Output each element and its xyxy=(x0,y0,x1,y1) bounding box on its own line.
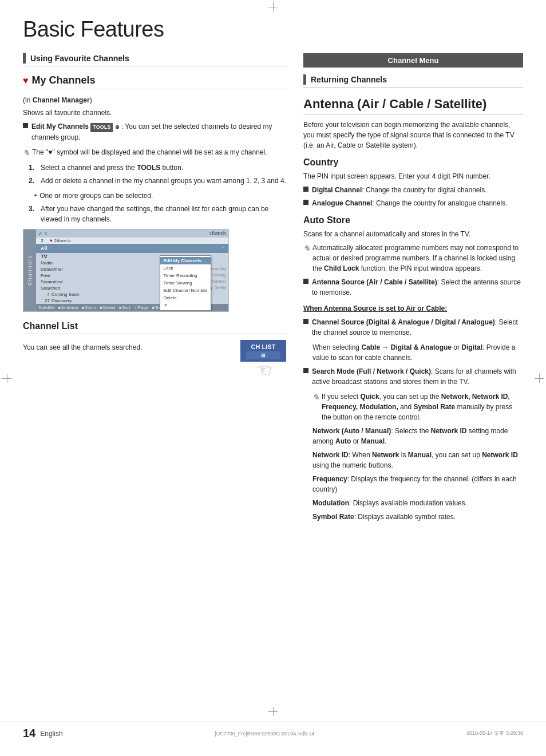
channel-list-text: You can see all the channels searched. xyxy=(23,342,231,353)
digital-bullet xyxy=(303,187,308,192)
tv-all-row-inner: All * xyxy=(38,244,226,252)
tv-zoom-btn: Zoom xyxy=(82,305,97,310)
right-column: Channel Menu Returning Channels Antenna … xyxy=(303,53,523,525)
step1-text: Select a channel and press the TOOLS but… xyxy=(41,163,183,173)
channel-source-bullet xyxy=(303,319,308,324)
network-text: Network (Auto / Manual): Selects the Net… xyxy=(312,426,523,446)
tv-ch2-name: 24ore.tv xyxy=(54,238,71,243)
ch-list-sub: ⊞ xyxy=(246,351,280,359)
heart-icon: ♥ xyxy=(23,76,29,86)
modulation-text: Modulation: Displays available modulatio… xyxy=(312,498,523,508)
ch-list-visual: CH LIST ⊞ ☞ xyxy=(240,340,286,381)
channel-source-text: Channel Source (Digital & Analogue / Dig… xyxy=(312,317,523,338)
tools-badge: TOOLS xyxy=(90,123,113,132)
antenna-source-item: Antenna Source (Air / Cable / Satellite)… xyxy=(303,277,523,298)
step2-text: Add or delete a channel in the my channe… xyxy=(41,176,286,186)
antenna-text: Before your television can begin memoriz… xyxy=(303,120,523,151)
channel-list-heading: Channel List xyxy=(23,321,286,334)
my-channels-heading: ♥ My Channels xyxy=(23,74,286,89)
quick-note: ✎ If you select Quick, you can set up th… xyxy=(312,391,523,422)
tv-context-edit-ch: Edit Channel Number xyxy=(160,287,211,294)
tv-discovery-num: 27 xyxy=(38,298,50,303)
tv-top-check: ✓ 1 xyxy=(38,231,48,236)
hand-cursor-icon: ☞ xyxy=(253,358,273,382)
antenna-source-bullet xyxy=(303,279,308,284)
step-3: 3. After you have changed the settings, … xyxy=(29,204,286,224)
my-channels-label: My Channels xyxy=(32,74,96,86)
tv-ch2-heart: ♥ xyxy=(50,238,53,243)
when-heading: When Antenna Source is set to Air or Cab… xyxy=(303,303,523,314)
search-mode-bullets: Search Mode (Full / Network / Quick): Sc… xyxy=(303,366,523,387)
tv-top-ch1: 1futech xyxy=(209,231,226,236)
tv-sidebar-label: Channels xyxy=(27,255,33,286)
tv-context-timer-view: Timer Viewing xyxy=(160,279,211,287)
antenna-heading: Antenna (Air / Cable / Satellite) xyxy=(303,97,523,115)
tv-main-area: ✓ 1 1futech 2 ♥ 24ore.tv xyxy=(36,229,228,311)
auto-store-note-icon: ✎ xyxy=(303,243,310,255)
tv-screen-inner: Channels ✓ 1 1futech 2 ♥ xyxy=(23,229,228,311)
tv-context-timer-rec: Timer Recording xyxy=(160,272,211,279)
when-air-cable-bullets: Channel Source (Digital & Analogue / Dig… xyxy=(303,317,523,338)
returning-heading-bar xyxy=(303,74,306,85)
footer-file: [UC7700_Fre]BN68-02590G-00L04.indb 14 xyxy=(215,731,314,737)
tv-antenna-btn: Antenna xyxy=(58,305,78,310)
step-2: 2. Add or delete a channel in the my cha… xyxy=(29,176,286,186)
note1-text: The "♥" symbol will be displayed and the… xyxy=(32,147,267,157)
analogue-channel-text: Analogue Channel: Change the country for… xyxy=(312,198,508,208)
returning-heading-label: Returning Channels xyxy=(311,75,387,84)
antenna-source-text: Antenna Source (Air / Cable / Satellite)… xyxy=(312,277,523,298)
country-bullets: Digital Channel: Change the country for … xyxy=(303,185,523,208)
left-column: Using Favourite Channels ♥ My Channels (… xyxy=(23,53,286,525)
digital-channel-item: Digital Channel: Change the country for … xyxy=(303,185,523,195)
tv-context-menu: Edit My Channels Lock Timer Recording Ti… xyxy=(160,255,211,311)
page-wrapper: Basic Features Using Favourite Channels … xyxy=(0,0,546,756)
tv-satellite-label: Satellite xyxy=(38,305,54,310)
edit-label: Edit My Channels TOOLS ⊕ : You can set t… xyxy=(31,121,286,143)
tools-fn-badge: ⊕ xyxy=(115,124,120,130)
tv-all-marker: * xyxy=(222,246,224,250)
network-id-text: Network ID: When Network is Manual, you … xyxy=(312,450,523,470)
tv-screen-container: Channels ✓ 1 1futech 2 ♥ xyxy=(23,229,229,312)
step2-num: 2. xyxy=(29,176,38,186)
bullet-square xyxy=(23,123,28,128)
page-footer: 14 English [UC7700_Fre]BN68-02590G-00L04… xyxy=(0,722,546,745)
heading-bar xyxy=(23,53,26,64)
symbol-rate-block: Symbol Rate: Displays available symbol r… xyxy=(312,512,523,522)
tv-context-lock: Lock xyxy=(160,264,211,272)
step1-num: 1. xyxy=(29,163,38,173)
step-1: 1. Select a channel and press the TOOLS … xyxy=(29,163,286,173)
channel-list-label: Channel List xyxy=(23,321,78,331)
using-favourite-heading: Using Favourite Channels xyxy=(23,53,286,66)
steps-list-2: 3. After you have changed the settings, … xyxy=(29,204,286,224)
two-col-layout: Using Favourite Channels ♥ My Channels (… xyxy=(23,53,523,525)
ch-list-label: CH LIST xyxy=(246,343,280,350)
tv-sort-btn: Sort xyxy=(119,305,130,310)
search-mode-item: Search Mode (Full / Network / Quick): Sc… xyxy=(303,366,523,387)
search-mode-text: Search Mode (Full / Network / Quick): Sc… xyxy=(312,366,523,387)
tv-context-delete: Delete xyxy=(160,294,211,302)
tv-coming-num: 4 xyxy=(38,292,50,297)
tv-select-btn: Select xyxy=(100,305,115,310)
tv-context-title: Edit My Channels xyxy=(160,257,211,264)
cable-note-block: When selecting Cable → Digital & Analogu… xyxy=(312,342,523,363)
symbol-rate-text: Symbol Rate: Displays available symbol r… xyxy=(312,512,523,522)
tv-all-label: All xyxy=(41,246,222,251)
page-number: 14 xyxy=(23,727,35,740)
quick-note-icon: ✎ xyxy=(312,391,319,403)
step3-num: 3. xyxy=(29,204,38,214)
my-channels-bullets: Edit My Channels TOOLS ⊕ : You can set t… xyxy=(23,121,286,143)
crosshair-right xyxy=(535,374,544,383)
returning-heading-container: Returning Channels xyxy=(303,74,523,88)
footer-date: 2010-05-14 오후 3:29:36 xyxy=(466,730,523,737)
in-channel-manager-text: (in Channel Manager) xyxy=(23,95,286,105)
auto-store-note: ✎ Automatically allocated programme numb… xyxy=(303,243,523,274)
step3-text: After you have changed the settings, the… xyxy=(41,204,286,224)
channel-source-item: Channel Source (Digital & Analogue / Dig… xyxy=(303,317,523,338)
modulation-block: Modulation: Displays available modulatio… xyxy=(312,498,523,508)
crosshair-bottom xyxy=(268,707,278,716)
tv-discovery-text: Discovery xyxy=(52,298,72,303)
crosshair-top xyxy=(268,2,278,11)
antenna-source-bullets: Antenna Source (Air / Cable / Satellite)… xyxy=(303,277,523,298)
frequency-block: Frequency: Displays the frequency for th… xyxy=(312,474,523,494)
tv-sidebar: Channels xyxy=(23,229,36,311)
